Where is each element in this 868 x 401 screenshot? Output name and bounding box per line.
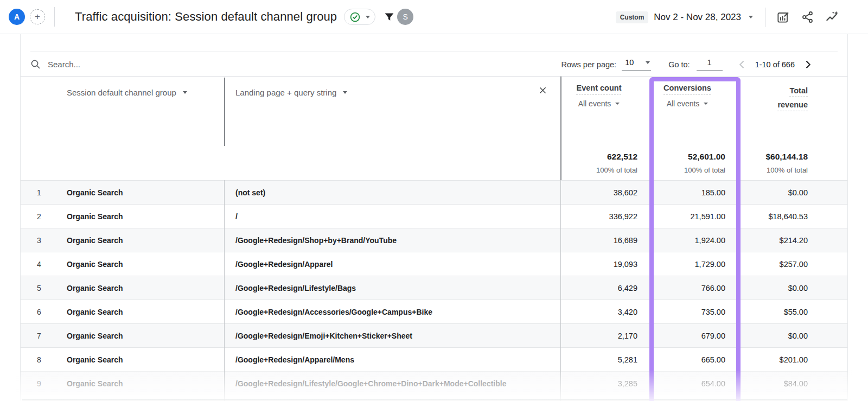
conversions-cell: 21,591.00 [649,212,741,221]
add-comparison-button[interactable]: + [30,9,45,24]
total-revenue: $60,144.18 100% of total [741,144,848,180]
date-preset-chip: Custom [616,11,649,23]
share-icon[interactable] [801,10,814,24]
chevron-down-icon [646,61,650,64]
column-divider [560,180,561,401]
column-header-landing-page[interactable]: Landing page + query string [224,77,560,144]
table-row: 9 Organic Search /Google+Redesign/Lifest… [21,371,847,395]
metric-sublabel-text: All events [578,99,611,108]
column-header-conversions[interactable]: Conversions All events [649,77,741,144]
date-range-picker[interactable]: Nov 2 - Nov 28, 2023 [654,12,753,23]
row-number: 9 [21,379,58,388]
goto-label: Go to: [668,60,690,69]
total-share: 100% of total [560,166,637,174]
remove-dimension-icon[interactable] [538,86,547,95]
event-count-cell: 3,420 [560,308,649,316]
conversions-cell: 654.00 [649,379,741,388]
landing-page-cell: /Google+Redesign/Emoji+Kitchen+Sticker+S… [224,332,560,340]
column-divider [560,77,561,180]
metric-label: Conversions [663,84,711,92]
total-revenue-cell: $55.00 [741,308,848,316]
search-box[interactable] [30,59,210,69]
table-row: 1 Organic Search (not set) 38,602 185.00… [21,180,847,204]
metric-sublabel[interactable]: All events [578,99,620,108]
total-revenue-cell: $84.00 [741,379,848,388]
table-row: 6 Organic Search /Google+Redesign/Access… [21,300,847,323]
row-number: 2 [21,212,58,221]
total-share: 100% of total [741,166,808,174]
column-header-channel-group[interactable]: Session default channel group [58,77,224,144]
total-event-count: 622,512 100% of total [560,144,649,180]
chevron-down-icon [366,16,370,18]
metric-sublabel[interactable]: All events [667,99,709,108]
segment-badge[interactable]: S [397,9,413,25]
top-app-bar: A + Traffic acquisition: Session default… [0,0,868,34]
search-input[interactable] [48,60,210,69]
event-count-cell: 5,281 [560,355,649,364]
column-header-event-count[interactable]: Event count All events [560,77,649,144]
rows-per-page-select[interactable]: 10 [622,58,651,71]
page-title: Traffic acquisition: Session default cha… [75,10,337,24]
landing-page-cell: /Google+Redesign/Accessories/Google+Camp… [224,308,560,316]
conversions-cell: 665.00 [649,355,741,364]
event-count-cell: 16,689 [560,236,649,245]
table-body: 1 Organic Search (not set) 38,602 185.00… [21,180,847,395]
row-number: 8 [21,355,58,364]
total-revenue-cell: $0.00 [741,188,848,197]
total-revenue-cell: $214.20 [741,236,848,245]
divider [54,7,55,27]
chevron-down-icon [749,16,753,18]
table-toolbar: Rows per page: 10 Go to: 1 1-10 of 666 [30,52,838,76]
rows-per-page-value: 10 [625,58,634,67]
conversions-cell: 735.00 [649,308,741,316]
next-page-button[interactable] [802,59,813,70]
event-count-cell: 2,170 [560,332,649,340]
total-value: 622,512 [560,152,637,162]
total-revenue-cell: $18,640.53 [741,212,848,221]
table-row: 5 Organic Search /Google+Redesign/Lifest… [21,276,847,300]
chevron-down-icon [704,103,708,105]
report-status-pill[interactable] [344,9,375,25]
divider [765,8,765,27]
channel-group-cell: Organic Search [58,332,224,340]
pagination-controls: Rows per page: 10 Go to: 1 1-10 of 666 [561,52,813,77]
goto-page-input[interactable]: 1 [697,58,723,71]
table-row: 3 Organic Search /Google+Redesign/Shop+b… [21,228,847,252]
avatar[interactable]: A [9,9,25,25]
channel-group-cell: Organic Search [58,260,224,269]
viewport-cutoff-line [22,399,847,400]
table-row: 8 Organic Search /Google+Redesign/Appare… [21,347,847,371]
previous-page-button[interactable] [737,59,748,70]
column-divider [224,180,225,401]
row-number: 1 [21,188,58,197]
total-revenue-cell: $201.00 [741,355,848,364]
channel-group-cell: Organic Search [58,308,224,316]
total-revenue-cell: $0.00 [741,284,848,292]
column-header-label: Landing page + query string [235,88,336,97]
column-header-total-revenue[interactable]: Total revenue [741,77,848,144]
event-count-cell: 19,093 [560,260,649,269]
total-share: 100% of total [649,166,725,174]
event-count-cell: 6,429 [560,284,649,292]
search-icon [30,59,41,69]
event-count-cell: 3,285 [560,379,649,388]
filter-icon[interactable] [384,11,395,23]
chevron-down-icon [183,91,187,94]
total-conversions: 52,601.00 100% of total [649,144,741,180]
totals-row: 622,512 100% of total 52,601.00 100% of … [21,144,847,180]
table-row: 2 Organic Search / 336,922 21,591.00 $18… [21,204,847,228]
row-number: 4 [21,260,58,269]
total-value: $60,144.18 [741,152,808,162]
landing-page-cell: /Google+Redesign/Lifestyle/Bags [224,284,560,292]
table-row: 4 Organic Search /Google+Redesign/Appare… [21,252,847,276]
landing-page-cell: /Google+Redesign/Shop+by+Brand/YouTube [224,236,560,245]
edit-report-icon[interactable] [776,10,790,24]
column-header-label: Session default channel group [67,88,176,97]
channel-group-cell: Organic Search [58,188,224,197]
column-divider [224,78,225,146]
channel-group-cell: Organic Search [58,212,224,221]
channel-group-cell: Organic Search [58,284,224,292]
insights-icon[interactable] [825,10,839,24]
landing-page-cell: /Google+Redesign/Lifestyle/Google+Chrome… [224,379,560,388]
data-table: Session default channel group Landing pa… [21,76,847,401]
